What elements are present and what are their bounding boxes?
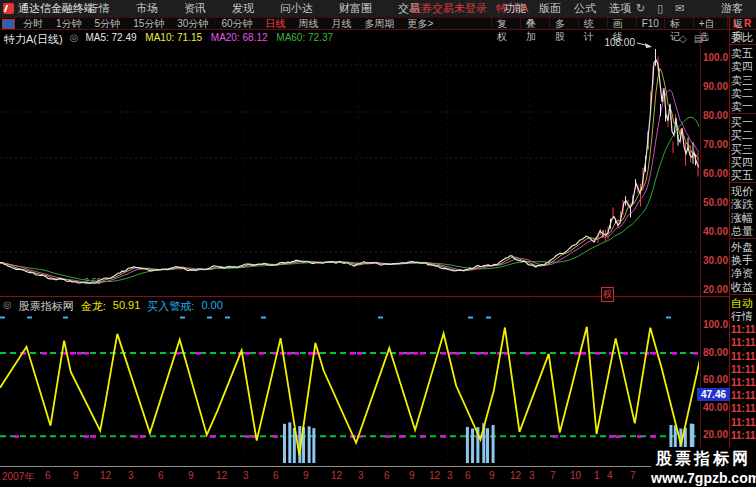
timeline-label: 6 bbox=[273, 470, 279, 481]
timeline-label: 3 bbox=[128, 470, 134, 481]
quote-panel-separator bbox=[730, 238, 756, 239]
quote-panel-row: 外盘 bbox=[731, 241, 756, 254]
timeline-label: 9 bbox=[73, 470, 79, 481]
quote-panel-separator bbox=[730, 44, 756, 45]
timeline-label: 9 bbox=[409, 470, 415, 481]
alert-label: 买入警戒: bbox=[147, 299, 194, 311]
timeline-label: 9 bbox=[303, 470, 309, 481]
timeline-label: 7 bbox=[630, 470, 636, 481]
quote-panel-row: 净资 bbox=[731, 267, 756, 280]
quote-panel-row: 买二 bbox=[731, 129, 756, 142]
quote-panel-row: 买五 bbox=[731, 169, 756, 182]
indicator-header: ◎ 股票指标网 金龙: 50.91 买入警戒: 0.00 bbox=[3, 299, 223, 311]
quote-panel-row: 换手 bbox=[731, 254, 756, 267]
chart-corner-icons: ◇ ▤ bbox=[679, 33, 703, 44]
tdx-terminal-window: 通达信金融终端 行情市场资讯发现问小达财富圈交易 证券交易未登录 特 力A 功能… bbox=[0, 0, 756, 487]
ma-readout: MA20: 68.12 bbox=[211, 32, 270, 43]
timeline-label: 3 bbox=[243, 470, 249, 481]
quote-panel-separator bbox=[730, 113, 756, 114]
timeline-label: 6 bbox=[45, 470, 51, 481]
timeline-label: 9 bbox=[188, 470, 194, 481]
quote-panel-row: 卖五 bbox=[731, 47, 756, 60]
tick-time: 11:11 bbox=[731, 376, 756, 389]
timeline-label: 6 bbox=[465, 470, 471, 481]
axis-tick-label: 60.00 bbox=[692, 374, 728, 385]
timeline-label: 12 bbox=[216, 470, 227, 481]
quote-panel-row: 收益 bbox=[731, 281, 756, 294]
quote-panel-row: 总量 bbox=[731, 225, 756, 238]
ex-rights-event-marker[interactable]: 权 bbox=[601, 287, 614, 302]
chart-indicator-divider[interactable] bbox=[0, 296, 729, 297]
timeline-divider bbox=[0, 466, 729, 467]
timeline-label: 2007年 bbox=[2, 470, 34, 484]
tick-time: 11:11 bbox=[731, 416, 756, 429]
axis-tick-label: 20.00 bbox=[692, 429, 728, 440]
quote-panel-divider bbox=[729, 17, 730, 487]
watermark-title: 股票指标网 bbox=[651, 449, 756, 470]
axis-tick-label: 100.0 bbox=[692, 319, 728, 330]
axis-tick-label: 100.0 bbox=[692, 52, 728, 63]
peak-price-annotation: 108.00 bbox=[595, 37, 635, 48]
tick-time: 11:11 bbox=[731, 429, 756, 442]
ma-values: MA5: 72.49 MA10: 71.15 MA20: 68.12 MA60:… bbox=[85, 32, 339, 44]
timeline-label: 4 bbox=[607, 470, 613, 481]
timeline-label: 12 bbox=[100, 470, 111, 481]
chart-canvas[interactable] bbox=[0, 0, 756, 487]
timeline-label: 3 bbox=[529, 470, 535, 481]
quote-panel-row: 现价 bbox=[731, 185, 756, 198]
indicator-current-value-tag: 47.46 bbox=[697, 388, 730, 401]
indicator-name-label: 金龙: bbox=[81, 299, 106, 311]
quote-panel-row: 自动 bbox=[731, 297, 756, 310]
timeline-label: 12 bbox=[510, 470, 521, 481]
collapse-icon[interactable]: ◎ bbox=[70, 32, 79, 44]
timeline-label: 12 bbox=[429, 470, 440, 481]
timeline-label: 12 bbox=[331, 470, 342, 481]
quote-panel-row: 委比 bbox=[731, 31, 756, 44]
quote-panel-row: 涨幅 bbox=[731, 212, 756, 225]
quote-panel-row: 卖三 bbox=[731, 74, 756, 87]
quote-panel-row: 买四 bbox=[731, 156, 756, 169]
indicator-value: 50.91 bbox=[113, 299, 141, 311]
ma-readout: MA10: 71.15 bbox=[145, 32, 204, 43]
alert-value: 0.00 bbox=[201, 299, 222, 311]
tick-time: 11:11 bbox=[731, 323, 756, 336]
timeline-label: 7 bbox=[550, 470, 556, 481]
indicator-brand: 股票指标网 bbox=[19, 299, 74, 311]
timeline-label: 3 bbox=[447, 470, 453, 481]
axis-tick-label: 80.00 bbox=[692, 110, 728, 121]
timeline-label: 1 bbox=[594, 470, 600, 481]
tick-time: 11:11 bbox=[731, 350, 756, 363]
axis-tick-label: 20.00 bbox=[692, 284, 728, 295]
timeline-label: 3 bbox=[358, 470, 364, 481]
axis-tick-label: 60.00 bbox=[692, 168, 728, 179]
timeline-label: 6 bbox=[158, 470, 164, 481]
tick-time: 11:11 bbox=[731, 336, 756, 349]
axis-tick-label: 70.00 bbox=[692, 139, 728, 150]
timeline-label: 6 bbox=[384, 470, 390, 481]
quote-panel-separator bbox=[730, 182, 756, 183]
tick-time: 11:11 bbox=[731, 402, 756, 415]
diamond-marker-icon[interactable]: ◇ bbox=[679, 33, 687, 44]
quote-panel-row: 涨跌 bbox=[731, 198, 756, 211]
quote-panel-row: 买一 bbox=[731, 116, 756, 129]
axis-tick-label: 80.00 bbox=[692, 347, 728, 358]
quote-panel-row: 卖一 bbox=[731, 100, 756, 113]
site-watermark: 股票指标网 www.7gpzb.com bbox=[651, 447, 756, 487]
collapse-icon[interactable]: ◎ bbox=[3, 299, 12, 311]
low-price-annotation: 2.69 bbox=[84, 276, 102, 286]
quote-panel-separator bbox=[730, 294, 756, 295]
timeline-label: 9 bbox=[489, 470, 495, 481]
quote-panel-row: 行情 bbox=[731, 310, 756, 323]
quote-panel-row: 买三 bbox=[731, 143, 756, 156]
quote-panel-row: 卖二 bbox=[731, 87, 756, 100]
axis-tick-label: 40.00 bbox=[692, 402, 728, 413]
chart-title: 特力A(日线) bbox=[4, 32, 63, 44]
tick-time: 11:11 bbox=[731, 363, 756, 376]
quote-panel-row: 卖四 bbox=[731, 60, 756, 73]
axis-tick-label: 90.00 bbox=[692, 81, 728, 92]
timeline-label: 10 bbox=[570, 470, 581, 481]
ma-readout: MA60: 72.37 bbox=[276, 32, 333, 43]
axis-tick-label: 50.00 bbox=[692, 197, 728, 208]
report-page-icon[interactable]: ▤ bbox=[694, 33, 703, 44]
axis-tick-label: 30.00 bbox=[692, 255, 728, 266]
